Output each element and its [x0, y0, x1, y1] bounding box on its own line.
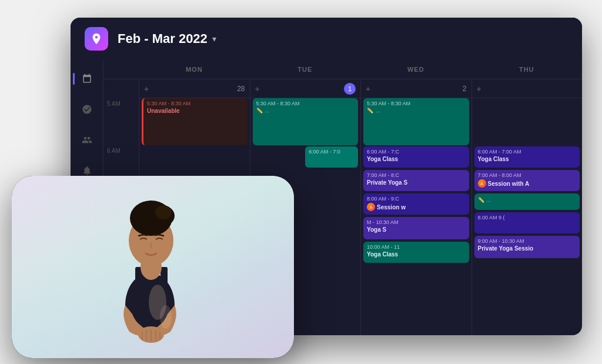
- svg-point-11: [160, 305, 172, 329]
- bell-icon: [82, 165, 92, 176]
- yoga-meditation-photo: [12, 176, 294, 358]
- wed-add-button[interactable]: +: [366, 84, 370, 93]
- thu-event-private-900[interactable]: 9:00 AM - 10:30 AM Private Yoga Sessio: [474, 236, 580, 258]
- tue-event-530[interactable]: 5:30 AM - 8:30 AM ✏️ ...: [253, 98, 359, 145]
- event-edit-row: ✏️ ...: [256, 108, 355, 113]
- avatar-wed: A: [367, 203, 375, 211]
- day-name-mon: MON: [148, 66, 240, 73]
- tue-event-600[interactable]: 6:00 AM - 7:0: [305, 146, 358, 168]
- app-icon[interactable]: [85, 27, 108, 51]
- calendar-icon: [82, 74, 92, 84]
- title-row[interactable]: Feb - Mar 2022 ▾: [118, 31, 216, 46]
- thu-events: 6:00 AM - 7:00 AM Yoga Class 7:00 AM - 8…: [472, 98, 583, 333]
- thu-dots: ...: [487, 197, 491, 203]
- wed-1000-time: 10:00 AM - 11: [367, 244, 466, 250]
- thu-600-title: Yoga Class: [478, 156, 577, 162]
- thu-event-800-edit[interactable]: ✏️ ...: [474, 193, 580, 210]
- time-label-5am: 5 AM: [103, 98, 139, 145]
- yoga-person-svg: [12, 176, 294, 358]
- wed-private-title: Private Yoga S: [367, 179, 466, 186]
- wed-event-530-time: 5:30 AM - 8:30 AM: [367, 101, 466, 106]
- check-circle-icon: [82, 104, 92, 115]
- tue-date: 1: [344, 83, 356, 95]
- sidebar-item-people[interactable]: [78, 131, 96, 149]
- thu-edit-row: ✏️ ...: [478, 197, 577, 203]
- wed-event-session-800[interactable]: 8:00 AM - 9:C A Session w: [363, 193, 469, 215]
- wed-1000-title: Yoga Class: [367, 251, 466, 258]
- phone-device: [12, 176, 294, 358]
- wed-event-530[interactable]: 5:30 AM - 8:30 AM ✏️ ...: [363, 98, 469, 145]
- day-name-wed: WED: [370, 66, 462, 73]
- day-header-thu: THU: [471, 60, 583, 79]
- event-time: 5:30 AM - 8:30 AM: [147, 101, 244, 106]
- wed-yoga-time: 6:00 AM - 7:C: [367, 149, 466, 155]
- mon-col-header: + 28: [139, 79, 250, 98]
- day-headers-row: MON TUE WED THU: [103, 60, 582, 79]
- mon-date: 28: [237, 85, 245, 93]
- sidebar-item-calendar[interactable]: [78, 69, 96, 88]
- thu-900-time: 9:00 AM - 10:30 AM: [478, 238, 577, 244]
- thu-600-time: 6:00 AM - 7:00 AM: [478, 149, 577, 155]
- thu-700-time: 7:00 AM - 8:00 AM: [478, 172, 577, 178]
- wed-event-930[interactable]: M - 10:30 AM Yoga S: [363, 217, 469, 239]
- event-time-530: 5:30 AM - 8:30 AM: [256, 101, 355, 106]
- wed-930-title: Yoga S: [367, 226, 466, 233]
- thu-event-session-700[interactable]: 7:00 AM - 8:00 AM A Session with A: [474, 170, 580, 191]
- pencil-icon: ✏️: [256, 108, 263, 113]
- edit-dots: ...: [265, 108, 270, 113]
- wed-session-title: Session w: [377, 204, 406, 211]
- wed-930-time: M - 10:30 AM: [367, 219, 466, 225]
- calendar-title: Feb - Mar 2022: [118, 31, 208, 46]
- time-gutter-spacer: [103, 79, 139, 98]
- wed-event-1000[interactable]: 10:00 AM - 11 Yoga Class: [363, 242, 469, 263]
- tue-add-button[interactable]: +: [255, 84, 260, 93]
- wed-session-time: 8:00 AM - 9:C: [367, 196, 466, 202]
- thu-800-time: 8.00 AM 9 (: [478, 215, 577, 221]
- svg-point-8: [155, 205, 172, 219]
- wed-yoga-title: Yoga Class: [367, 156, 466, 162]
- thu-event-yoga-600[interactable]: 6:00 AM - 7:00 AM Yoga Class: [474, 146, 580, 168]
- day-col-wed: + 2 5:30 AM - 8:30 AM ✏️ ... 6:00 AM -: [360, 79, 471, 335]
- event-time-600-tue: 6:00 AM - 7:0: [309, 149, 354, 155]
- day-name-thu: THU: [481, 66, 573, 73]
- mon-event-unavailable[interactable]: 5:30 AM - 8:30 AM Unavailable: [142, 98, 248, 145]
- thu-yoga-800[interactable]: 8.00 AM 9 (: [474, 212, 580, 233]
- event-title-unavailable: Unavailable: [147, 108, 244, 114]
- calendar-header: Feb - Mar 2022 ▾: [71, 18, 582, 61]
- thu-700-title: Session with A: [488, 181, 530, 187]
- thu-900-title: Private Yoga Sessio: [478, 245, 577, 252]
- day-header-mon: MON: [139, 60, 250, 79]
- wed-col-header: + 2: [361, 79, 471, 98]
- phone-screen: [12, 176, 294, 358]
- pencil-icon-wed: ✏️: [367, 108, 373, 113]
- chevron-down-icon: ▾: [212, 34, 216, 44]
- day-header-tue: TUE: [250, 60, 361, 79]
- pencil-icon-thu: ✏️: [478, 197, 484, 203]
- wed-events: 5:30 AM - 8:30 AM ✏️ ... 6:00 AM - 7:C Y…: [361, 98, 471, 333]
- time-gutter-header: [103, 60, 139, 79]
- day-header-wed: WED: [360, 60, 471, 79]
- location-icon: [90, 32, 103, 45]
- wed-event-private-700[interactable]: 7:00 AM - 8:C Private Yoga S: [363, 170, 469, 191]
- mon-add-button[interactable]: +: [144, 84, 149, 93]
- wed-edit-row: ✏️ ...: [367, 108, 466, 113]
- wed-date: 2: [463, 85, 467, 93]
- thu-add-button[interactable]: +: [477, 84, 481, 93]
- day-col-thu: + 6:00 AM - 7:00 AM Yoga Class 7:00 AM -…: [471, 79, 583, 335]
- sidebar-item-tasks[interactable]: [78, 100, 96, 119]
- day-name-tue: TUE: [259, 66, 352, 73]
- wed-event-yoga-600[interactable]: 6:00 AM - 7:C Yoga Class: [363, 146, 469, 168]
- wed-private-time: 7:00 AM - 8:C: [367, 172, 466, 178]
- tue-col-header: + 1: [250, 79, 361, 98]
- thu-col-header: +: [472, 79, 583, 98]
- avatar-thu: A: [478, 179, 486, 188]
- people-icon: [82, 135, 92, 145]
- edit-dots-wed: ...: [376, 108, 380, 113]
